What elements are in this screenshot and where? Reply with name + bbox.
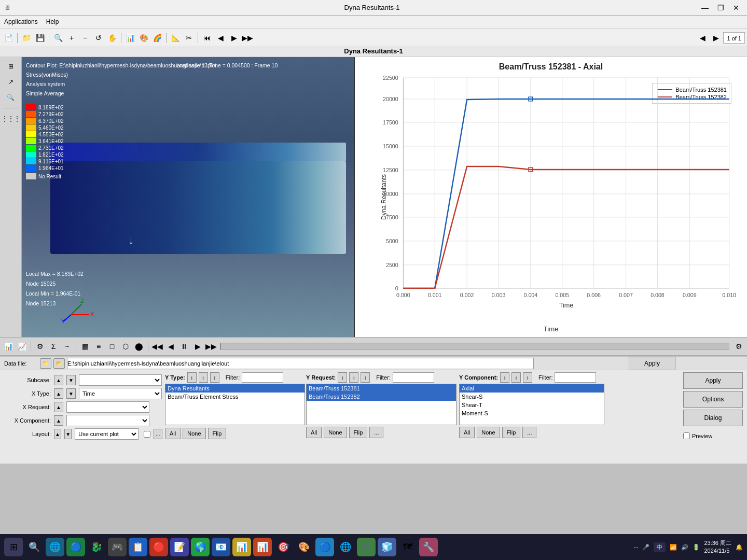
- df-browse-btn[interactable]: 📂: [53, 358, 65, 369]
- yreq-sort1[interactable]: ↕: [338, 372, 347, 383]
- taskbar-icon-13[interactable]: 🎨: [295, 538, 313, 556]
- taskbar-icon-2[interactable]: 🔵: [66, 538, 85, 556]
- bt-grid[interactable]: ▦: [79, 340, 91, 353]
- bt-step-back[interactable]: ◀: [164, 340, 177, 353]
- ytype-sort2[interactable]: ↕: [199, 372, 208, 383]
- taskbar-more[interactable]: ···: [633, 544, 638, 550]
- dialog-btn[interactable]: Dialog: [683, 410, 743, 426]
- xrequest-select[interactable]: [66, 401, 149, 413]
- df-open-btn[interactable]: 📁: [40, 358, 51, 369]
- yreq-sort3[interactable]: ↕: [361, 372, 370, 383]
- ytype-sort3[interactable]: ↕: [210, 372, 219, 383]
- side-arrow[interactable]: ↗: [4, 75, 18, 89]
- close-button[interactable]: ✕: [729, 2, 743, 13]
- xcomponent-select[interactable]: [66, 415, 149, 426]
- side-more[interactable]: ⋮⋮⋮: [4, 111, 18, 126]
- yreq-flip[interactable]: Flip: [349, 427, 368, 438]
- taskbar-battery[interactable]: 🔋: [693, 544, 700, 551]
- ycomponent-filter[interactable]: [555, 372, 596, 383]
- yrequest-filter[interactable]: [393, 372, 434, 383]
- tb-save[interactable]: 💾: [34, 32, 46, 44]
- taskbar-start[interactable]: ⊞: [4, 538, 23, 556]
- xtype-select[interactable]: Time: [79, 388, 162, 399]
- ytype-item-2[interactable]: Beam/Truss Element Stress: [165, 393, 305, 401]
- tb-anim-play[interactable]: ▶: [228, 32, 240, 44]
- side-select[interactable]: ⊞: [4, 59, 18, 74]
- progress-bar[interactable]: [220, 343, 729, 350]
- taskbar-notify[interactable]: 🔔: [736, 544, 743, 551]
- tb-open[interactable]: 📁: [20, 32, 33, 44]
- xtype-down[interactable]: ▼: [66, 388, 76, 399]
- xtype-up[interactable]: ▲: [54, 388, 63, 399]
- tb-nav-fwd[interactable]: ▶: [710, 32, 722, 44]
- ycomp-sort1[interactable]: ↕: [500, 372, 509, 383]
- taskbar-icon-19[interactable]: 🔧: [419, 538, 438, 556]
- taskbar-wifi[interactable]: 📶: [670, 544, 677, 551]
- bt-hex[interactable]: ⬡: [119, 340, 132, 353]
- datafile-input[interactable]: E:\shipinluzhianli\hypermesh-lsdyna\beam…: [67, 358, 534, 369]
- ytype-all[interactable]: All: [165, 428, 181, 439]
- apply-button[interactable]: Apply: [629, 357, 675, 370]
- taskbar-search[interactable]: 🔍: [25, 538, 44, 556]
- taskbar-icon-6[interactable]: 🔴: [149, 538, 168, 556]
- bt-line[interactable]: 📈: [16, 340, 28, 353]
- ycomp-item-moments[interactable]: Moment-S: [460, 409, 604, 417]
- tb-material[interactable]: 🎨: [137, 32, 150, 44]
- taskbar-icon-12[interactable]: 🎯: [274, 538, 293, 556]
- subcase-up[interactable]: ▲: [54, 375, 63, 385]
- taskbar-icon-16[interactable]: 🎵: [357, 538, 376, 556]
- taskbar-mic[interactable]: 🎤: [642, 544, 649, 551]
- taskbar-icon-5[interactable]: 📋: [129, 538, 147, 556]
- layout-down[interactable]: ▼: [64, 429, 72, 439]
- tb-zoom[interactable]: 🔍: [52, 32, 64, 44]
- bt-play[interactable]: ▶: [191, 340, 204, 353]
- options-btn[interactable]: Options: [683, 391, 743, 408]
- ycomp-item-axial[interactable]: Axial: [460, 384, 604, 393]
- ycomp-more[interactable]: ...: [522, 427, 536, 438]
- ycomp-item-shears[interactable]: Shear-S: [460, 393, 604, 401]
- taskbar-icon-14[interactable]: 🔵: [315, 538, 334, 556]
- side-search[interactable]: 🔍: [4, 90, 18, 105]
- tb-anim-back[interactable]: ⏮: [201, 32, 213, 44]
- taskbar-icon-18[interactable]: 🗺: [398, 538, 417, 556]
- tb-display[interactable]: 📊: [124, 32, 136, 44]
- taskbar-icon-1[interactable]: 🌐: [46, 538, 64, 556]
- bt-list[interactable]: ≡: [92, 340, 105, 353]
- layout-more[interactable]: ...: [154, 429, 162, 439]
- ycomp-flip[interactable]: Flip: [502, 427, 521, 438]
- bt-prev-frame[interactable]: ◀◀: [151, 340, 163, 353]
- apply-btn-main[interactable]: Apply: [683, 372, 743, 389]
- yreq-item-1[interactable]: Beam/Truss 152381: [307, 384, 456, 393]
- subcase-select[interactable]: [79, 374, 162, 386]
- ytype-item-1[interactable]: Dyna Resultants: [165, 384, 305, 393]
- taskbar-icon-10[interactable]: 📊: [232, 538, 251, 556]
- layout-select[interactable]: Use current plot: [75, 428, 139, 440]
- subcase-down[interactable]: ▼: [66, 375, 76, 385]
- tb-pan[interactable]: ✋: [106, 32, 118, 44]
- bt-graph[interactable]: 📊: [2, 340, 15, 353]
- bt-wave[interactable]: ~: [61, 340, 73, 353]
- taskbar-icon-7[interactable]: 📝: [170, 538, 189, 556]
- taskbar-lang[interactable]: 中: [654, 542, 666, 552]
- yreq-all[interactable]: All: [306, 427, 322, 438]
- tb-anim-prev[interactable]: ◀: [214, 32, 227, 44]
- menu-applications[interactable]: Applications: [4, 18, 38, 25]
- ycomp-sort3[interactable]: ↕: [523, 372, 532, 383]
- ytype-filter[interactable]: [242, 372, 283, 383]
- tb-measure[interactable]: 📐: [169, 32, 182, 44]
- tb-contour[interactable]: 🌈: [151, 32, 163, 44]
- ycomp-all[interactable]: All: [459, 427, 475, 438]
- taskbar-icon-11[interactable]: 📊: [253, 538, 272, 556]
- bt-pause[interactable]: ⏸: [178, 340, 190, 353]
- yreq-more[interactable]: ...: [369, 427, 383, 438]
- xreq-btn[interactable]: ▲: [54, 402, 63, 412]
- ycomp-none[interactable]: None: [477, 427, 500, 438]
- bt-window[interactable]: □: [106, 340, 118, 353]
- minimize-button[interactable]: —: [698, 2, 712, 13]
- ytype-sort1[interactable]: ↕: [187, 372, 197, 383]
- taskbar-icon-9[interactable]: 📧: [212, 538, 230, 556]
- ytype-flip[interactable]: Flip: [208, 428, 227, 439]
- bt-gear[interactable]: ⚙: [732, 340, 745, 353]
- menu-help[interactable]: Help: [46, 18, 59, 25]
- tb-nav-back[interactable]: ◀: [696, 32, 709, 44]
